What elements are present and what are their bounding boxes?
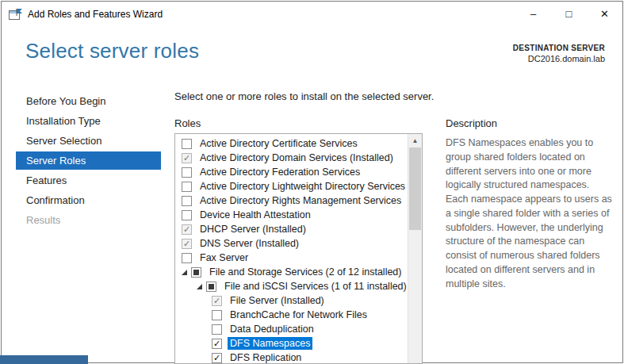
destination-server-name: DC2016.domain.lab — [513, 54, 605, 63]
destination-server-label: DESTINATION SERVER — [513, 44, 605, 52]
title-bar: Add Roles and Features Wizard – □ ✕ — [2, 2, 622, 26]
tree-row[interactable]: BranchCache for Network Files — [175, 308, 407, 322]
role-checkbox[interactable] — [182, 210, 192, 220]
tree-row[interactable]: ✓DNS Server (Installed) — [175, 236, 407, 251]
sidebar-item-results: Results — [16, 211, 161, 229]
tree-row[interactable]: File and iSCSI Services (1 of 11 install… — [175, 279, 407, 293]
close-button[interactable]: ✕ — [587, 2, 622, 26]
tree-row[interactable]: Fax Server — [175, 251, 407, 265]
role-checkbox[interactable]: ✓ — [182, 224, 192, 235]
role-label[interactable]: File and iSCSI Services (1 of 11 install… — [222, 280, 409, 293]
tree-row[interactable]: Active Directory Lightweight Directory S… — [175, 179, 407, 193]
background-window-strip — [0, 355, 88, 364]
sidebar-item-installation-type[interactable]: Installation Type — [16, 112, 161, 130]
sidebar-item-confirmation[interactable]: Confirmation — [16, 191, 161, 209]
role-label[interactable]: File and Storage Services (2 of 12 insta… — [207, 266, 404, 278]
role-checkbox[interactable] — [206, 282, 216, 292]
role-checkbox[interactable] — [182, 167, 192, 178]
scrollbar-up-icon[interactable]: ▲ — [408, 134, 422, 148]
roles-column-header: Roles — [174, 117, 201, 129]
instruction-text: Select one or more roles to install on t… — [174, 90, 434, 102]
role-label[interactable]: DFS Replication — [228, 351, 304, 364]
tree-row[interactable]: Device Health Attestation — [175, 208, 407, 222]
maximize-button[interactable]: □ — [551, 2, 587, 26]
role-label[interactable]: Device Health Attestation — [197, 209, 313, 221]
role-label[interactable]: Active Directory Certificate Services — [197, 137, 360, 150]
sidebar-item-features[interactable]: Features — [16, 171, 161, 190]
sidebar-item-server-selection[interactable]: Server Selection — [16, 132, 161, 150]
tree-row[interactable]: ✓DFS Namespaces — [175, 336, 407, 351]
tree-row[interactable]: ✓DFS Replication — [175, 351, 407, 364]
role-label[interactable]: Active Directory Federation Services — [197, 166, 362, 178]
role-checkbox[interactable] — [182, 196, 192, 206]
window-controls: – □ ✕ — [515, 2, 622, 26]
tree-row[interactable]: File and Storage Services (2 of 12 insta… — [175, 265, 407, 279]
roles-listbox[interactable]: Active Directory Certificate Services✓Ac… — [174, 133, 423, 364]
tree-row[interactable]: Active Directory Rights Management Servi… — [175, 193, 407, 208]
wizard-app-icon — [9, 9, 23, 20]
role-label[interactable]: DFS Namespaces — [228, 337, 312, 350]
sidebar-nav: Before You BeginInstallation TypeServer … — [16, 92, 161, 231]
role-checkbox[interactable]: ✓ — [212, 339, 222, 349]
tree-row[interactable]: ✓Active Directory Domain Services (Insta… — [175, 151, 407, 165]
role-label[interactable]: File Server (Installed) — [228, 294, 327, 307]
role-checkbox[interactable]: ✓ — [212, 353, 222, 363]
sidebar-item-before-you-begin[interactable]: Before You Begin — [16, 92, 161, 110]
role-label[interactable]: DHCP Server (Installed) — [197, 223, 308, 236]
role-label[interactable]: Data Deduplication — [228, 323, 316, 335]
role-checkbox[interactable] — [182, 253, 192, 263]
role-checkbox[interactable]: ✓ — [182, 239, 192, 249]
tree-row[interactable]: ✓DHCP Server (Installed) — [175, 222, 407, 236]
minimize-button[interactable]: – — [515, 2, 551, 26]
role-checkbox[interactable] — [212, 324, 222, 335]
tree-row[interactable]: Active Directory Certificate Services — [175, 136, 407, 151]
role-label[interactable]: BranchCache for Network Files — [228, 308, 369, 321]
expand-arrow-icon[interactable] — [182, 270, 187, 275]
description-heading: Description — [446, 117, 497, 129]
scrollbar[interactable]: ▲ — [408, 134, 422, 363]
role-label[interactable]: Active Directory Rights Management Servi… — [197, 194, 404, 207]
roles-tree: Active Directory Certificate Services✓Ac… — [175, 136, 407, 364]
page-title: Select server roles — [25, 39, 199, 63]
tree-row[interactable]: ✓File Server (Installed) — [175, 293, 407, 308]
role-label[interactable]: Fax Server — [197, 251, 251, 264]
role-label[interactable]: DNS Server (Installed) — [197, 237, 301, 250]
description-text: DFS Namespaces enables you to group shar… — [446, 136, 614, 291]
expand-arrow-icon[interactable] — [197, 284, 202, 289]
wizard-window: Add Roles and Features Wizard – □ ✕ Sele… — [1, 1, 623, 363]
role-checkbox[interactable]: ✓ — [212, 296, 222, 306]
window-title: Add Roles and Features Wizard — [28, 9, 163, 20]
role-checkbox[interactable] — [212, 310, 222, 320]
scrollbar-thumb[interactable] — [409, 148, 421, 230]
destination-server-block: DESTINATION SERVER DC2016.domain.lab — [513, 44, 605, 63]
role-checkbox[interactable]: ✓ — [182, 153, 192, 163]
tree-row[interactable]: Data Deduplication — [175, 322, 407, 336]
role-label[interactable]: Active Directory Lightweight Directory S… — [197, 180, 408, 193]
tree-row[interactable]: Active Directory Federation Services — [175, 165, 407, 179]
role-checkbox[interactable] — [182, 139, 192, 149]
role-label[interactable]: Active Directory Domain Services (Instal… — [197, 151, 396, 164]
role-checkbox[interactable] — [182, 182, 192, 192]
sidebar-item-server-roles[interactable]: Server Roles — [16, 151, 161, 170]
role-checkbox[interactable] — [191, 267, 201, 278]
